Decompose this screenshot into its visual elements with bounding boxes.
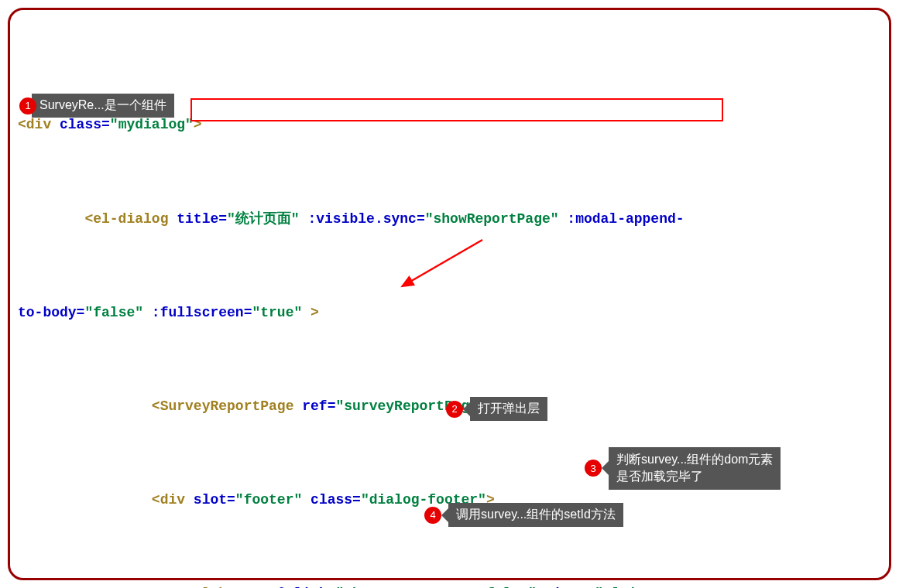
code-line: to-body="false" :fullscreen="true" > — [18, 301, 881, 324]
code-screenshot-frame: <div class="mydialog"> <el-dialog title=… — [8, 8, 891, 580]
callout-3: 3 判断survey...组件的dom元素 是否加载完毕了 — [585, 447, 781, 490]
callout-number: 1 — [19, 97, 36, 115]
callout-label: 调用survey...组件的setId方法 — [448, 503, 623, 527]
callout-number: 3 — [585, 460, 602, 477]
callout-label: SurveyRe...是一个组件 — [32, 94, 174, 118]
callout-2: 2 打开弹出层 — [446, 397, 547, 421]
code-line: <el-dialog title="统计页面" :visible.sync="s… — [18, 207, 881, 231]
callout-label: 判断survey...组件的dom元素 是否加载完毕了 — [609, 447, 781, 490]
arrow-icon — [397, 236, 490, 290]
callout-number: 4 — [424, 507, 441, 524]
callout-label: 打开弹出层 — [470, 397, 547, 421]
code-line: <el-button @click="showReportPage = fals… — [18, 582, 881, 588]
callout-1: 1 SurveyRe...是一个组件 — [19, 94, 174, 118]
svg-line-0 — [409, 240, 482, 282]
callout-4: 4 调用survey...组件的setId方法 — [424, 503, 623, 527]
callout-number: 2 — [446, 401, 463, 418]
